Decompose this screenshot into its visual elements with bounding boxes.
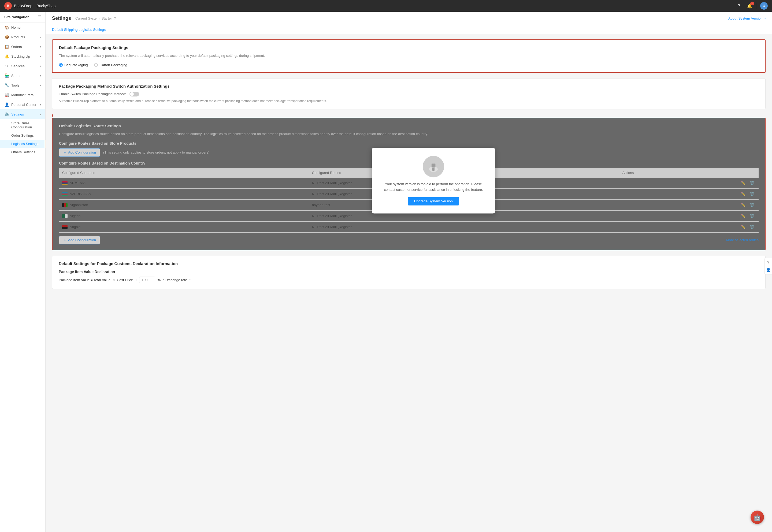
customs-formula: Package Item Value = Total Value × Cost … bbox=[59, 277, 759, 283]
country-cell: Angola bbox=[62, 225, 306, 229]
settings-header: Settings Current System: Starter ? About… bbox=[46, 12, 772, 25]
sidebar-item-logistics[interactable]: Logistics Settings bbox=[0, 140, 45, 148]
sidebar-item-stores[interactable]: 🏪 Stores ▾ bbox=[0, 71, 45, 80]
more-routes-link[interactable]: More selected routes bbox=[726, 238, 759, 242]
main-layout: Site Navigation ☰ 🏠 Home 📦 Products ▾ 📋 … bbox=[0, 12, 772, 532]
edit-icon[interactable]: ✏️ bbox=[740, 202, 747, 208]
sidebar-label-personal: Personal Center bbox=[11, 103, 36, 107]
country-flag bbox=[62, 192, 68, 196]
notification-badge: 1 bbox=[750, 2, 754, 5]
toggle-label: Enable Switch Package Packaging Method: bbox=[59, 92, 126, 96]
edit-icon[interactable]: ✏️ bbox=[740, 191, 747, 197]
ai-assistant-button[interactable]: 🤖 bbox=[751, 511, 764, 524]
edit-icon[interactable]: ✏️ bbox=[740, 224, 747, 230]
country-flag bbox=[62, 214, 68, 218]
avatar-initial: U bbox=[763, 4, 765, 8]
action-cell: ✏️ 🗑️ bbox=[622, 180, 755, 186]
customs-section: Default Settings for Package Customs Dec… bbox=[52, 256, 766, 289]
bag-radio-circle bbox=[59, 63, 63, 67]
plus-icon-dest: ＋ bbox=[63, 238, 66, 243]
route-cell: NL Post Air Mail (Register... bbox=[309, 221, 619, 232]
delete-icon[interactable]: 🗑️ bbox=[749, 224, 755, 230]
logo-area: B BuckyDrop bbox=[4, 2, 32, 10]
country-name: Angola bbox=[70, 225, 80, 229]
store-rules-label: Store Rules Configuration bbox=[11, 121, 32, 129]
exchange-rate-question-icon[interactable]: ? bbox=[189, 278, 191, 282]
menu-icon[interactable]: ☰ bbox=[38, 15, 41, 19]
notification-icon-btn[interactable]: 🔔 1 bbox=[746, 2, 754, 10]
chevron-down-icon-services: ▾ bbox=[40, 65, 41, 68]
sidebar-item-personal[interactable]: 👤 Personal Center ▾ bbox=[0, 100, 45, 109]
edit-icon[interactable]: ✏️ bbox=[740, 180, 747, 186]
breadcrumb-link[interactable]: Default Shipping Logistics Settings bbox=[52, 28, 106, 32]
title-area: Settings Current System: Starter ? bbox=[52, 16, 116, 21]
sidebar-item-order-settings[interactable]: Order Settings bbox=[0, 131, 45, 140]
scrollbar-icon-2[interactable]: 👤 bbox=[766, 268, 771, 272]
plus-icon: ＋ bbox=[63, 150, 66, 155]
modal-message: Your system version is too old to perfor… bbox=[383, 182, 484, 193]
help-icon-btn[interactable]: ? bbox=[735, 2, 743, 10]
ai-assistant: 🤖 bbox=[751, 511, 767, 527]
chevron-down-icon-stocking: ▾ bbox=[40, 55, 41, 58]
country-flag bbox=[62, 225, 68, 229]
order-settings-label: Order Settings bbox=[11, 133, 34, 137]
sidebar-item-home[interactable]: 🏠 Home bbox=[0, 23, 45, 32]
packaging-switch-toggle[interactable] bbox=[129, 92, 139, 96]
add-config-destination-button[interactable]: ＋ Add Configuration bbox=[59, 236, 100, 244]
sidebar-item-services[interactable]: 🛎 Services ▾ bbox=[0, 61, 45, 71]
personal-icon: 👤 bbox=[4, 102, 9, 107]
cost-price-label: Cost Price bbox=[117, 278, 133, 282]
sidebar-label-products: Products bbox=[11, 35, 25, 39]
bag-packaging-label: Bag Packaging bbox=[64, 63, 88, 67]
edit-icon[interactable]: ✏️ bbox=[740, 213, 747, 219]
delete-icon[interactable]: 🗑️ bbox=[749, 180, 755, 186]
sidebar-item-manufacturers[interactable]: 🏭 Manufacturers bbox=[0, 90, 45, 100]
sidebar-item-stocking[interactable]: 🔔 Stocking Up ▾ bbox=[0, 51, 45, 61]
country-name: Algeria bbox=[70, 214, 80, 218]
customs-subtitle: Package Item Value Declaration bbox=[59, 270, 759, 274]
carton-packaging-radio[interactable]: Carton Packaging bbox=[94, 63, 127, 67]
modal-lock-icon bbox=[423, 156, 444, 177]
services-icon: 🛎 bbox=[4, 64, 9, 68]
bag-packaging-radio[interactable]: Bag Packaging bbox=[59, 63, 88, 67]
sidebar-item-settings[interactable]: ⚙️ Settings ▴ bbox=[0, 109, 45, 119]
add-config-store-button[interactable]: ＋ Add Configuration bbox=[59, 148, 100, 157]
sidebar-title: Site Navigation bbox=[4, 15, 29, 19]
avatar-button[interactable]: U bbox=[760, 2, 768, 10]
delete-icon[interactable]: 🗑️ bbox=[749, 202, 755, 208]
country-flag bbox=[62, 181, 68, 185]
system-question-icon[interactable]: ? bbox=[114, 17, 116, 20]
col-actions: Actions bbox=[619, 168, 759, 178]
products-icon: 📦 bbox=[4, 35, 9, 39]
action-cell: ✏️ 🗑️ bbox=[622, 224, 755, 230]
packaging-radio-group: Bag Packaging Carton Packaging bbox=[59, 63, 759, 67]
delete-icon[interactable]: 🗑️ bbox=[749, 191, 755, 197]
about-version-link[interactable]: About System Version > bbox=[728, 16, 766, 20]
toggle-thumb bbox=[130, 92, 134, 96]
formula-separator: × bbox=[113, 278, 115, 282]
chevron-down-icon: ▾ bbox=[40, 36, 41, 39]
logistics-title: Default Logistics Route Settings bbox=[59, 124, 759, 128]
add-config-store-label: Add Configuration bbox=[68, 150, 96, 154]
sidebar-label-manufacturers: Manufacturers bbox=[11, 93, 34, 97]
store-products-subtitle: Configure Routes Based on Store Products bbox=[59, 141, 759, 146]
upgrade-button[interactable]: Upgrade System Version bbox=[408, 197, 459, 205]
top-navigation: B BuckyDrop BuckyShop ? 🔔 1 U bbox=[0, 0, 772, 12]
sidebar-item-others[interactable]: Others Settings bbox=[0, 148, 45, 156]
red-marker bbox=[52, 114, 53, 117]
table-row: Angola NL Post Air Mail (Register... ✏️ … bbox=[59, 221, 759, 232]
sidebar-item-orders[interactable]: 📋 Orders ▾ bbox=[0, 42, 45, 51]
sidebar-item-tools[interactable]: 🔧 Tools ▾ bbox=[0, 80, 45, 90]
stores-icon: 🏪 bbox=[4, 73, 9, 78]
brand-name: BuckyDrop bbox=[14, 4, 32, 8]
scrollbar-icon-1[interactable]: ? bbox=[767, 260, 769, 265]
main-content: Settings Current System: Starter ? About… bbox=[46, 12, 772, 532]
percent-sign: % bbox=[157, 278, 161, 282]
action-cell: ✏️ 🗑️ bbox=[622, 191, 755, 197]
sidebar-item-store-rules[interactable]: Store Rules Configuration bbox=[0, 119, 45, 131]
sidebar-label-orders: Orders bbox=[11, 45, 22, 49]
sidebar: Site Navigation ☰ 🏠 Home 📦 Products ▾ 📋 … bbox=[0, 12, 46, 532]
sidebar-item-products[interactable]: 📦 Products ▾ bbox=[0, 32, 45, 42]
percentage-input[interactable] bbox=[139, 277, 155, 283]
delete-icon[interactable]: 🗑️ bbox=[749, 213, 755, 219]
